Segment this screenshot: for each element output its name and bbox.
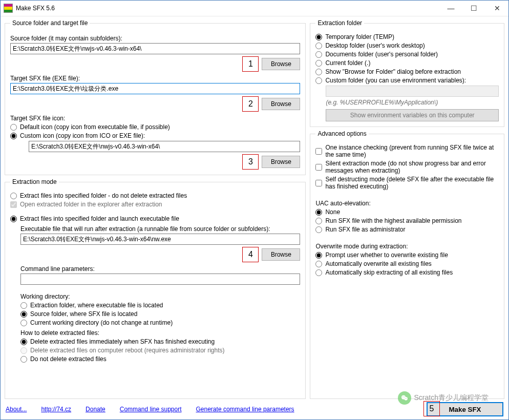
cmd-params-label: Command line parameters: (20, 265, 300, 272)
group-source-target: Source folder and target file Source fol… (5, 19, 306, 175)
radio-default-icon[interactable]: Default icon (copy icon from executable … (10, 123, 300, 131)
browse-source-button[interactable]: Browse (262, 58, 300, 70)
radio-mode-specified[interactable]: Extract files into specified folder - do… (10, 192, 300, 199)
minimize-button[interactable]: — (439, 1, 462, 15)
radio-custom-icon[interactable]: Custom icon (copy icon from ICO or EXE f… (10, 132, 300, 139)
check-one-instance[interactable]: One instance checking (prevent from runn… (315, 144, 499, 158)
custom-icon-input[interactable] (29, 141, 300, 152)
target-sfx-input[interactable] (10, 83, 300, 94)
delete-label: How to delete extracted files: (20, 329, 300, 337)
svg-point-1 (404, 397, 408, 401)
browse-exec-button[interactable]: Browse (262, 248, 300, 261)
group-advanced: Advanced options One instance checking (… (310, 130, 504, 399)
radio-del-immediate[interactable]: Delete extracted files immediately when … (20, 338, 300, 345)
about-link[interactable]: About... (6, 406, 27, 413)
wechat-text: Scratch青少儿编程学堂 (414, 393, 489, 403)
wechat-watermark: Scratch青少儿编程学堂 (398, 391, 489, 405)
uac-label: UAC auto-elevation: (315, 200, 499, 207)
group-extraction-mode: Extraction mode Extract files into speci… (5, 178, 306, 399)
radio-ov-overwrite[interactable]: Automatically overwrite all existing fil… (315, 260, 499, 267)
radio-wd-current[interactable]: Current working directory (do not change… (20, 319, 300, 326)
working-dir-label: Working directory: (20, 293, 300, 300)
svg-point-2 (402, 396, 403, 397)
custom-folder-hint: (e.g. %USERPROFILE%\MyApplication\) (326, 99, 499, 106)
custom-folder-input[interactable] (326, 86, 499, 97)
svg-point-5 (406, 398, 407, 398)
radio-wd-source[interactable]: Source folder, where SFX file is located (20, 310, 300, 318)
wechat-icon (398, 391, 411, 405)
annotation-3: 3 (242, 154, 259, 170)
exec-file-label: Executable file that will run after extr… (20, 225, 300, 233)
radio-ef-browse-dialog[interactable]: Show "Browse for Folder" dialog before e… (315, 68, 499, 75)
maximize-button[interactable]: ☐ (462, 1, 485, 15)
check-open-explorer: Open extracted folder in the explorer af… (10, 201, 300, 208)
radio-ef-current[interactable]: Current folder (.) (315, 59, 499, 67)
annotation-1: 1 (242, 56, 259, 72)
radio-uac-none[interactable]: None (315, 208, 499, 216)
radio-mode-launch[interactable]: Extract files into specified folder and … (10, 215, 300, 222)
radio-del-reboot: Delete extracted files on computer reboo… (20, 347, 300, 354)
app-icon (4, 4, 13, 13)
radio-uac-admin[interactable]: Run SFX file as administrator (315, 226, 499, 233)
cmd-params-input[interactable] (20, 274, 300, 285)
donate-link[interactable]: Donate (86, 406, 105, 413)
show-env-vars-button[interactable]: Show environment variables on this compu… (326, 109, 499, 121)
legend-extraction-mode: Extraction mode (10, 178, 59, 185)
exec-file-input[interactable] (20, 234, 300, 245)
radio-ef-custom[interactable]: Custom folder (you can use environment v… (315, 77, 499, 84)
client-area: Source folder and target file Source fol… (1, 16, 508, 419)
titlebar: Make SFX 5.6 — ☐ ✕ (1, 1, 508, 16)
annotation-2: 2 (242, 96, 259, 112)
radio-del-none[interactable]: Do not delete extracted files (20, 355, 300, 363)
overwrite-label: Overwrite mode during extraction: (315, 243, 499, 250)
radio-ov-prompt[interactable]: Prompt user whether to overwrite existin… (315, 251, 499, 259)
gen-params-link[interactable]: Generate command line parameters (196, 406, 294, 413)
radio-ov-skip[interactable]: Automatically skip extracting of all exi… (315, 269, 499, 276)
source-folder-label: Source folder (it may contain subfolders… (10, 35, 300, 42)
radio-ef-temp[interactable]: Temporary folder (TEMP) (315, 33, 499, 40)
close-button[interactable]: ✕ (485, 1, 508, 15)
legend-source: Source folder and target file (10, 19, 90, 27)
svg-point-3 (404, 396, 404, 397)
radio-uac-highest[interactable]: Run SFX file with the highest available … (315, 217, 499, 224)
cl-support-link[interactable]: Command line support (120, 406, 182, 413)
browse-target-button[interactable]: Browse (262, 98, 300, 110)
browse-icon-button[interactable]: Browse (262, 156, 300, 168)
check-silent[interactable]: Silent extraction mode (do not show prog… (315, 160, 499, 174)
window-title: Make SFX 5.6 (16, 5, 439, 12)
legend-extraction-folder: Extraction folder (315, 19, 364, 27)
target-icon-label: Target SFX file icon: (10, 115, 300, 122)
radio-ef-documents[interactable]: Documents folder (user's personal folder… (315, 51, 499, 58)
radio-wd-extraction[interactable]: Extraction folder, where executable file… (20, 302, 300, 309)
svg-point-4 (405, 398, 406, 398)
target-sfx-label: Target SFX file (EXE file): (10, 75, 300, 82)
radio-ef-desktop[interactable]: Desktop folder (user's work desktop) (315, 42, 499, 49)
legend-advanced: Advanced options (315, 130, 368, 137)
check-self-destruct[interactable]: Self destructing mode (delete SFX file a… (315, 176, 499, 190)
app-window: Make SFX 5.6 — ☐ ✕ Source folder and tar… (0, 0, 509, 420)
source-folder-input[interactable] (10, 43, 300, 54)
annotation-4: 4 (242, 247, 259, 262)
group-extraction-folder: Extraction folder Temporary folder (TEMP… (310, 19, 504, 127)
site-link[interactable]: http://74.cz (41, 406, 71, 413)
